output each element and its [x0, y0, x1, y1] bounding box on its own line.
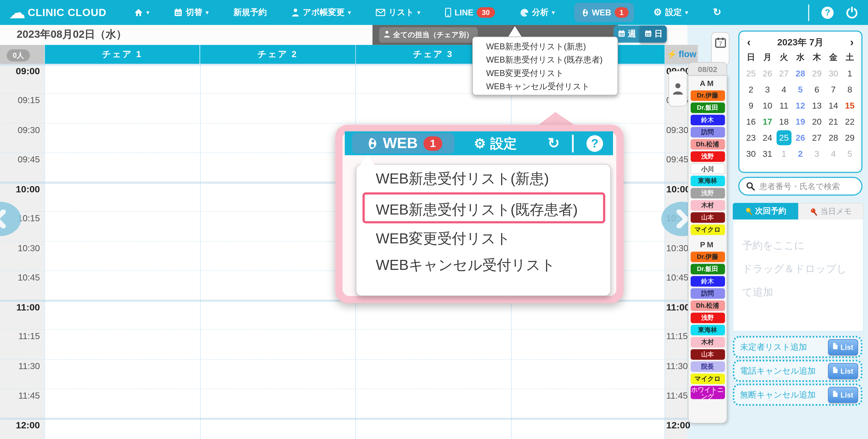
- mini-calendar-day[interactable]: 5: [841, 146, 858, 162]
- staff-badge[interactable]: 訪問: [690, 288, 724, 299]
- mini-calendar-day[interactable]: 8: [841, 81, 858, 97]
- mini-calendar-day[interactable]: 26: [792, 129, 809, 146]
- mini-calendar-day[interactable]: 17: [759, 114, 776, 129]
- staff-badge[interactable]: 山本: [690, 349, 724, 360]
- mini-calendar-day[interactable]: 9: [743, 97, 759, 114]
- staff-badge[interactable]: Dr.伊藤: [690, 252, 724, 262]
- web-dropdown-item[interactable]: WEBキャンセル受付リスト: [473, 80, 617, 93]
- mini-calendar-day[interactable]: 16: [743, 114, 759, 129]
- day-view-button[interactable]: 日: [640, 25, 667, 42]
- prev-month-button[interactable]: ‹: [739, 36, 758, 49]
- nav-item-home[interactable]: ▾: [129, 4, 155, 21]
- staff-list-tab[interactable]: [669, 71, 687, 107]
- nav-item-settings[interactable]: ⚙設定▾: [648, 3, 693, 22]
- mini-calendar-day[interactable]: 3: [809, 146, 825, 162]
- mini-calendar-day[interactable]: 18: [776, 114, 792, 129]
- mini-calendar-day[interactable]: 23: [743, 129, 759, 146]
- mini-calendar-day[interactable]: 25: [743, 65, 759, 81]
- patient-search-input[interactable]: [758, 181, 855, 191]
- nav-item-line[interactable]: LINE30: [439, 3, 500, 22]
- mini-calendar-day[interactable]: 29: [841, 129, 858, 146]
- mini-calendar-day[interactable]: 13: [809, 97, 825, 114]
- mini-calendar-day[interactable]: 2: [743, 81, 759, 97]
- staff-badge[interactable]: マイクロ: [690, 374, 724, 384]
- mini-calendar-day[interactable]: 22: [841, 114, 858, 129]
- mini-calendar-day[interactable]: 1: [776, 146, 792, 162]
- staff-badge[interactable]: 浅野: [690, 188, 724, 199]
- staff-badge[interactable]: 東海林: [690, 176, 724, 186]
- mini-calendar-day[interactable]: 19: [792, 114, 809, 129]
- nav-item-web[interactable]: WEB1: [574, 3, 634, 22]
- mini-calendar-day[interactable]: 3: [759, 81, 776, 97]
- help-button[interactable]: ?: [822, 6, 834, 19]
- power-button[interactable]: [846, 6, 858, 19]
- mini-calendar-day-selected[interactable]: 25: [776, 129, 792, 146]
- nav-item-refresh[interactable]: ↻: [708, 3, 727, 22]
- mini-calendar-day[interactable]: 20: [809, 114, 825, 129]
- mini-calendar-day[interactable]: 7: [825, 81, 841, 97]
- mini-calendar-day[interactable]: 10: [759, 97, 776, 114]
- list-button[interactable]: List: [828, 387, 858, 403]
- mini-calendar-day[interactable]: 14: [825, 97, 841, 114]
- list-button[interactable]: List: [828, 339, 858, 355]
- staff-badge[interactable]: Dr.飯田: [690, 103, 724, 113]
- nav-item-analysis[interactable]: 分析▾: [514, 3, 560, 22]
- patient-search-box[interactable]: [738, 177, 862, 196]
- staff-badge[interactable]: Dr.飯田: [690, 264, 724, 274]
- staff-badge[interactable]: 山本: [690, 212, 724, 223]
- staff-badge[interactable]: Dh.松浦: [690, 300, 724, 311]
- staff-badge[interactable]: 訪問: [690, 127, 724, 138]
- tab-today-memo[interactable]: 当日メモ: [798, 203, 863, 220]
- mini-calendar-day[interactable]: 15: [841, 97, 858, 114]
- nav-item-new-reservation[interactable]: 新規予約: [228, 3, 272, 22]
- staff-badge[interactable]: 木村: [690, 337, 724, 348]
- mini-calendar-day[interactable]: 12: [792, 97, 809, 114]
- calendar-column-chair-2[interactable]: [200, 64, 355, 439]
- staff-badge[interactable]: 浅野: [690, 151, 724, 162]
- web-dropdown-item[interactable]: WEB新患受付リスト(既存患者): [473, 53, 617, 66]
- mini-calendar-day[interactable]: 30: [825, 65, 841, 81]
- staff-badge[interactable]: 鈴木: [690, 276, 724, 287]
- all-staff-button[interactable]: 全ての担当（チェア別）: [379, 27, 478, 42]
- mini-calendar-day[interactable]: 30: [743, 146, 759, 162]
- mini-calendar-day[interactable]: 29: [809, 65, 825, 81]
- mini-calendar-day[interactable]: 21: [825, 114, 841, 129]
- staff-badge[interactable]: 鈴木: [690, 115, 724, 125]
- mini-calendar-day[interactable]: 27: [809, 129, 825, 146]
- staff-badge[interactable]: 小川: [690, 164, 724, 174]
- next-month-button[interactable]: ›: [842, 36, 861, 49]
- staff-badge[interactable]: Dh.松浦: [690, 139, 724, 150]
- staff-badge[interactable]: ホワイトニング: [690, 386, 724, 399]
- mini-calendar-day[interactable]: 1: [841, 65, 858, 81]
- staff-badge[interactable]: 木村: [690, 200, 724, 211]
- staff-badge[interactable]: 浅野: [690, 313, 724, 323]
- mini-calendar-day[interactable]: 5: [792, 81, 809, 97]
- staff-badge[interactable]: マイクロ: [690, 225, 724, 235]
- staff-badge[interactable]: 院長: [690, 361, 724, 372]
- staff-badge[interactable]: 東海林: [690, 325, 724, 335]
- mini-calendar-day[interactable]: 27: [776, 65, 792, 81]
- mini-calendar-day[interactable]: 11: [776, 97, 792, 114]
- mini-calendar-day[interactable]: 24: [759, 129, 776, 146]
- nav-item-list[interactable]: リスト▾: [370, 3, 426, 22]
- weekly-calendar-tab[interactable]: 7: [711, 32, 730, 65]
- next-reservation-drop-area[interactable]: 予約をここにドラッグ＆ドロップして追加: [733, 220, 864, 331]
- mini-calendar-day[interactable]: 4: [776, 81, 792, 97]
- list-button[interactable]: List: [828, 363, 858, 379]
- mini-calendar-day[interactable]: 31: [759, 146, 776, 162]
- flow-link[interactable]: ⚡ flow: [665, 45, 698, 64]
- staff-badge[interactable]: Dr.伊藤: [690, 90, 724, 101]
- web-dropdown-item[interactable]: WEB新患受付リスト(新患): [473, 40, 617, 53]
- mini-calendar-day[interactable]: 6: [809, 81, 825, 97]
- mini-calendar-day[interactable]: 4: [825, 146, 841, 162]
- calendar-column-chair-1[interactable]: [45, 64, 199, 439]
- web-dropdown-item[interactable]: WEB変更受付リスト: [473, 66, 617, 80]
- mini-calendar-day[interactable]: 2: [792, 146, 809, 162]
- mini-calendar-day[interactable]: 26: [759, 65, 776, 81]
- nav-item-appointment-change[interactable]: アポ帳変更▾: [286, 3, 356, 22]
- nav-item-switch[interactable]: 切替▾: [168, 3, 214, 22]
- tab-next-reservation[interactable]: 次回予約: [733, 203, 798, 220]
- mini-calendar-day[interactable]: 28: [792, 65, 809, 81]
- mini-calendar-day[interactable]: 28: [825, 129, 841, 146]
- app-logo[interactable]: ☁ CLINIC CLOUD: [9, 4, 106, 21]
